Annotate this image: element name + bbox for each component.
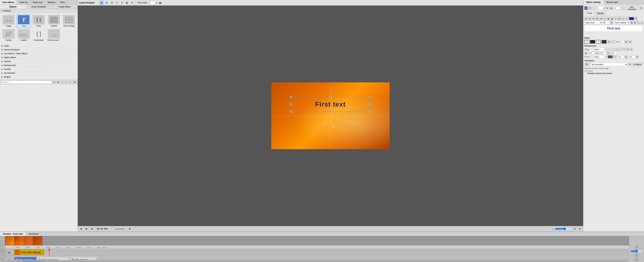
play-button[interactable]: ⏮ (79, 227, 83, 231)
object-placeholder[interactable]: [ ] Placeholder (32, 29, 46, 42)
border-pct1[interactable] (617, 55, 624, 58)
frame-icon[interactable]: ⊞ (610, 6, 613, 10)
mini-templates-button[interactable]: Mini-templates (625, 6, 639, 11)
section-shapes[interactable]: ▶ Shapes (1, 75, 76, 79)
border-edit-btn[interactable]: ✎ (614, 55, 616, 58)
add-icon[interactable]: + (69, 81, 72, 84)
zoom-in-icon[interactable]: ⊕ (573, 227, 577, 231)
align-left-btn[interactable]: ⬅ (592, 17, 595, 20)
star-icon[interactable]: ☆ (61, 81, 64, 84)
subtab-smart-templates[interactable]: Smart templates (26, 5, 52, 9)
font-icon4[interactable]: 🔍 (640, 21, 643, 24)
align-right-btn[interactable]: ➡ (599, 17, 602, 20)
tab-motions[interactable]: Motions (45, 0, 58, 5)
clip-golden-light[interactable]: 00:05, golden light.jpg (14, 249, 44, 255)
text-subtab-opacity[interactable]: Opacity (595, 11, 606, 16)
subtab-objects[interactable]: Objects (0, 5, 26, 9)
color-dropdown[interactable]: ▼ (634, 17, 638, 20)
border-up[interactable]: ▲ (624, 55, 628, 58)
size-adjust[interactable]: ▼ (610, 21, 613, 24)
object-chapter[interactable]: Chapter (47, 14, 61, 28)
object-particle[interactable]: Particle (1, 29, 16, 42)
link-icon[interactable]: 🔗 (584, 6, 588, 10)
tab-files[interactable]: Files (58, 0, 67, 5)
bg-val2[interactable] (599, 52, 606, 55)
down-btn[interactable]: ▽ (625, 17, 628, 20)
bg-corner-btn[interactable]: ⊞ (584, 52, 588, 55)
effect-percent-input[interactable] (616, 40, 624, 43)
toolbar-btn-grid1[interactable]: ⊞ (105, 1, 109, 5)
font-icon1[interactable]: ⊞ (630, 21, 633, 24)
settings-icon-canvas[interactable]: ⚙ (578, 227, 582, 231)
handle-tr[interactable] (369, 96, 371, 98)
bg-edge-btn[interactable]: △ (596, 52, 598, 55)
align-option3[interactable]: ▥ (610, 17, 614, 20)
tab-timeline-track[interactable]: Timeline - Track view (0, 232, 26, 236)
eye-icon[interactable]: 👁 (56, 81, 60, 84)
live-preview-button[interactable]: Live preview (113, 227, 126, 230)
object-image[interactable]: Image (1, 14, 16, 28)
frame-value[interactable] (614, 7, 620, 10)
effect-dark-box[interactable] (590, 40, 595, 44)
bg-edit-btn[interactable]: ✎ (630, 48, 633, 51)
bg-circle-btn[interactable]: ○ (619, 48, 622, 51)
frame-icon2[interactable]: ↕ (621, 6, 624, 10)
toolbar-btn-link[interactable]: 🔗 (115, 1, 119, 5)
tool-marker[interactable]: 🔲 (1, 249, 4, 253)
bg-rot-btn[interactable]: ↻ (607, 52, 610, 55)
effect-up[interactable]: ▲ (624, 40, 628, 44)
handle-bl[interactable] (290, 111, 292, 112)
handle-tm[interactable] (330, 96, 331, 98)
clock-icon[interactable]: 🕐 (592, 6, 596, 10)
tool-magnet[interactable]: ⟲ (1, 241, 4, 244)
canvas-viewport[interactable]: First text (271, 82, 390, 149)
font-icon3[interactable]: 🔍 (637, 21, 640, 24)
anim-dropdown[interactable]: ▼ (628, 63, 632, 66)
bg-val3[interactable] (610, 52, 617, 55)
list-btn[interactable]: ≡ (614, 17, 618, 20)
adjust-button[interactable]: ⚙ Adjust (632, 63, 643, 66)
rotation-checkbox[interactable] (584, 72, 586, 75)
font-icon2[interactable]: ⊟ (634, 21, 636, 24)
fit-btn[interactable]: ⊞ (635, 257, 638, 261)
object-flexi-collage[interactable]: Flexi-Collage (62, 14, 76, 28)
tool-pin[interactable]: 📌 (1, 253, 4, 257)
tool-cut[interactable]: ✂ (1, 245, 4, 249)
bg-rect-btn[interactable]: ▭ (615, 48, 618, 51)
handle-ml[interactable] (290, 104, 292, 105)
color-swatch[interactable] (629, 17, 634, 20)
object-video[interactable]: Video (32, 14, 46, 28)
clip-second-text[interactable]: T 00:05, Second text (38, 257, 69, 260)
align-center-btn[interactable]: ☰ (596, 17, 599, 20)
object-text[interactable]: T Text (16, 14, 31, 28)
clear-search-button[interactable]: ✕ (52, 81, 56, 84)
toolbar-btn-align2[interactable]: ⊟ (130, 1, 134, 5)
clip-first-text[interactable]: T 00:05, First text (14, 257, 36, 260)
play-pause-button[interactable]: ▶ (84, 227, 88, 231)
effect-down[interactable]: ▼ (628, 40, 632, 44)
bold-color-btn[interactable]: A (584, 17, 588, 20)
dropdown-icon[interactable]: ▼ (640, 6, 643, 10)
eye-icon-right[interactable]: 👁 (588, 6, 592, 10)
effect-dark-box2[interactable] (602, 40, 607, 44)
border-select[interactable]: None (594, 55, 607, 59)
tab-storyboard[interactable]: Storyboard (26, 232, 42, 236)
zoom-in-btn[interactable]: ⊕ (635, 253, 638, 257)
timeline-zoom-slider[interactable] (631, 250, 642, 252)
font-select[interactable]: Open Sans (584, 21, 602, 24)
zoom-slider[interactable] (555, 227, 572, 230)
animation-select[interactable]: Text animation: Alpha blending (590, 63, 628, 66)
handle-bm[interactable] (330, 111, 331, 112)
handle-br[interactable] (369, 111, 371, 112)
text-subtab-text[interactable]: T Text (584, 11, 594, 16)
tool-cursor[interactable]: ↖ (1, 237, 4, 240)
skip-back-button[interactable]: ⏭ (90, 227, 94, 231)
zoom-out-btn[interactable]: ⊖ (635, 245, 638, 249)
section-live-effects[interactable]: ▶ Live effects / Video effects (1, 52, 76, 56)
zoom-out-icon[interactable]: 🔍 (550, 227, 554, 231)
section-audio[interactable]: ▶ Audio (1, 44, 76, 48)
bg-wave-btn[interactable]: 〜 (622, 48, 626, 51)
subtab-image-effects[interactable]: Image effects (52, 5, 78, 9)
handle-tl[interactable] (290, 96, 292, 98)
search-input[interactable] (1, 81, 52, 84)
